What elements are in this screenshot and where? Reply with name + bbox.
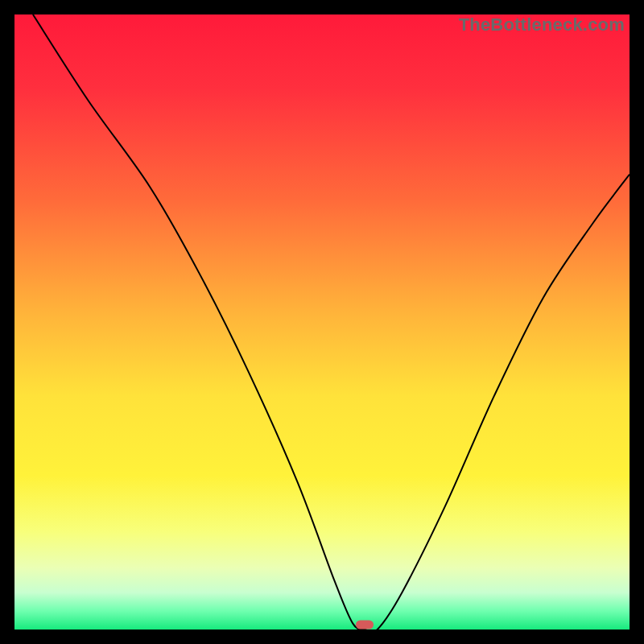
bottleneck-curve (33, 14, 630, 630)
bottleneck-marker (356, 621, 374, 630)
plot-area: TheBottleneck.com (14, 14, 630, 630)
chart-frame: TheBottleneck.com (0, 0, 644, 644)
chart-svg (14, 14, 630, 630)
